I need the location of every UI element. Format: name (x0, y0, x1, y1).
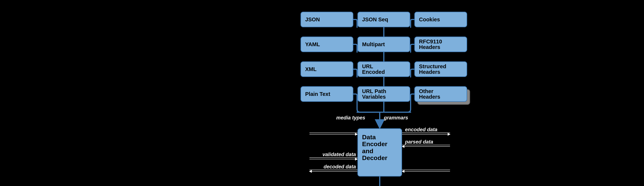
node-xml: XML (300, 61, 353, 77)
node-structured-headers: Structured Headers (414, 61, 467, 77)
node-yaml: YAML (300, 37, 353, 52)
edge-label-parsed-data: parsed data (405, 139, 433, 145)
node-json-seq: JSON Seq (358, 12, 410, 27)
node-label: Other Headers (419, 89, 440, 100)
node-label: Structured Headers (419, 64, 446, 75)
node-label: Multipart (362, 42, 385, 47)
edge-label-validated-data: validated data (316, 152, 356, 157)
node-label: Data Encoder and Decoder (362, 134, 387, 162)
node-other-headers: Other Headers (414, 86, 467, 102)
node-label: RFC9110 Headers (419, 39, 442, 50)
node-data-encoder-decoder: Data Encoder and Decoder (358, 128, 402, 177)
node-url-path-variables: URL Path Variables (358, 86, 410, 102)
node-label: Plain Text (305, 91, 330, 97)
node-label: URL Path Variables (362, 89, 386, 100)
node-label: URL Encoded (362, 64, 385, 75)
edge-label-encoded-data: encoded data (405, 127, 438, 133)
node-rfc9110-headers: RFC9110 Headers (414, 37, 467, 52)
edge-label-media-types: media types (336, 115, 365, 121)
diagram-canvas: JSON YAML XML Plain Text JSON Seq Multip… (0, 0, 644, 186)
node-label: JSON Seq (362, 17, 388, 22)
node-plain-text: Plain Text (300, 86, 353, 102)
node-multipart: Multipart (358, 37, 410, 52)
node-json: JSON (300, 12, 353, 27)
node-label: JSON (305, 17, 320, 22)
node-url-encoded: URL Encoded (358, 61, 410, 77)
edge-label-grammars: grammars (384, 115, 408, 121)
node-label: XML (305, 66, 316, 72)
node-label: Cookies (419, 17, 440, 22)
node-label: YAML (305, 42, 320, 47)
node-cookies: Cookies (414, 12, 467, 27)
edge-label-decoded-data: decoded data (316, 164, 356, 170)
